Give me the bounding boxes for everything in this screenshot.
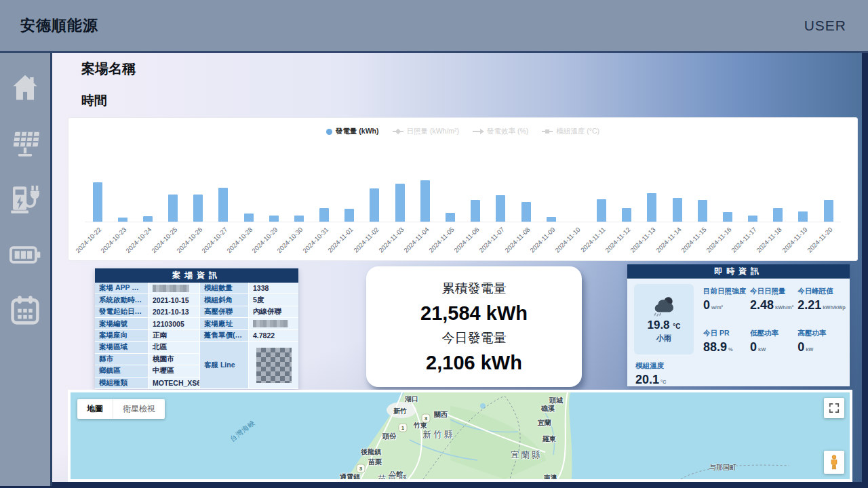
circle-marker-icon <box>326 129 332 135</box>
info-value-cell: 2021-10-13 <box>149 306 199 317</box>
bar-slot: 2024-11-12 <box>614 138 639 222</box>
bar <box>622 208 631 222</box>
info-value-cell <box>149 283 199 293</box>
bar-slot: 2024-11-11 <box>589 138 614 222</box>
qr-value-cell <box>249 342 298 388</box>
metric: 今日日照量2.48kWh/m² <box>750 287 793 312</box>
pegman-icon <box>829 454 840 470</box>
info-value-cell: 正南 <box>149 330 199 341</box>
weather-condition: 小雨 <box>656 333 671 344</box>
bar <box>798 211 808 222</box>
chart-legend: 發電量 (kWh) 日照量 (kWh/m²) 發電效率 (%) 模組溫度 (°C… <box>68 125 857 138</box>
bar-slot: 2024-11-19 <box>791 138 816 222</box>
bar <box>748 216 757 222</box>
x-axis-label: 2024-11-16 <box>705 226 733 254</box>
bar-slot: 2024-11-18 <box>766 138 791 222</box>
x-axis-label: 2024-11-17 <box>730 226 758 254</box>
redacted-value <box>153 285 189 292</box>
bar-slot: 2024-11-14 <box>665 138 690 222</box>
legend-item-irradiation[interactable]: 日照量 (kWh/m²) <box>393 127 460 136</box>
info-value-cell: 桃園市 <box>149 354 199 365</box>
site-name-title: 案場名稱 <box>81 60 136 78</box>
x-axis-label: 2024-10-29 <box>250 226 279 254</box>
bar-slot: 2024-11-15 <box>690 138 715 222</box>
x-axis-label: 2024-11-02 <box>352 226 380 254</box>
info-value-cell: 內線併聯 <box>249 306 298 317</box>
map-view-button[interactable]: 地圖 <box>77 399 113 419</box>
bar <box>269 216 279 222</box>
info-label-cell: 鄉鎮區 <box>95 365 148 376</box>
x-axis-label: 2024-10-25 <box>150 226 178 254</box>
cumulative-generation-value: 21,584 kWh <box>420 302 528 325</box>
cumulative-generation-label: 累積發電量 <box>442 280 507 298</box>
bar <box>824 200 833 222</box>
generation-chart-panel: 發電量 (kWh) 日照量 (kWh/m²) 發電效率 (%) 模組溫度 (°C… <box>68 117 858 261</box>
x-axis-label: 2024-11-08 <box>503 226 532 254</box>
bar <box>193 195 203 222</box>
sidebar-item-home[interactable] <box>7 70 43 106</box>
x-axis-label: 2024-11-18 <box>755 226 783 254</box>
rain-cloud-icon <box>651 296 677 317</box>
info-value-cell <box>249 318 298 329</box>
map-place-label: 苗栗縣 <box>378 474 410 483</box>
info-label-cell: 躉售單價(… <box>200 330 248 341</box>
site-info-title: 案場資訊 <box>95 268 298 283</box>
x-axis-label: 2024-11-10 <box>553 226 582 254</box>
x-axis-label: 2024-11-15 <box>679 226 708 254</box>
bar-slot: 2024-11-03 <box>387 138 412 222</box>
map-bottom-label: 与那国町 <box>709 463 736 472</box>
realtime-metrics: 目前日照強度0w/m²今日日照量2.48kWh/m²今日峰瓩值2.21kWh/k… <box>703 287 844 354</box>
sidebar-item-solar[interactable] <box>7 126 43 161</box>
arrow-marker-icon <box>473 131 484 132</box>
map-container[interactable]: 台灣海峽 与那国町 湖口新竹關西竹東頭份新竹縣後龍鎮苗栗公館通霄鎮苗栗縣宜蘭縣頭… <box>68 390 852 482</box>
user-menu[interactable]: USER <box>804 18 846 34</box>
bar <box>143 216 153 222</box>
sidebar-item-calendar[interactable] <box>7 293 43 328</box>
bar-slot: 2024-11-02 <box>362 138 387 222</box>
bar <box>344 209 354 222</box>
line-qr-code <box>256 348 292 383</box>
legend-item-generation[interactable]: 發電量 (kWh) <box>326 127 379 136</box>
bar-slot: 2024-11-06 <box>463 138 488 222</box>
map-place-label: 通霄鎮 <box>340 472 360 482</box>
bar-slot: 2024-11-04 <box>412 138 437 222</box>
metric: 今日峰瓩值2.21kWh/kWp <box>797 287 846 312</box>
info-label-cell: 縣市 <box>95 354 148 365</box>
diamond-marker-icon <box>393 131 403 132</box>
satellite-view-button[interactable]: 衛星檢視 <box>113 399 165 419</box>
site-info-table: 案場 APP …系統啟動時…2021-10-15發電起始日…2021-10-13… <box>95 283 298 388</box>
info-label-cell: 發電起始日… <box>95 306 148 317</box>
bar-slot: 2024-10-22 <box>85 138 110 222</box>
map-fullscreen-button[interactable] <box>824 398 844 418</box>
bar-slot: 2024-11-07 <box>488 138 513 222</box>
today-generation-label: 今日發電量 <box>442 329 507 347</box>
energy-summary-card: 累積發電量 21,584 kWh 今日發電量 2,106 kWh <box>366 266 582 387</box>
legend-label: 日照量 (kWh/m²) <box>407 127 460 136</box>
bar-slot: 2024-10-23 <box>110 138 135 222</box>
bar <box>698 200 707 222</box>
legend-item-module-temp[interactable]: 模組溫度 (°C) <box>542 127 599 136</box>
map-place-label: 湖口 <box>405 394 418 404</box>
info-label-cell: 案場編號 <box>95 318 148 329</box>
x-axis-label: 2024-11-13 <box>629 226 658 254</box>
sidebar <box>0 53 52 486</box>
weather-box: 19.8 °C 小雨 <box>634 284 694 354</box>
realtime-title: 即時資訊 <box>627 264 850 279</box>
bar-slot: 2024-10-30 <box>286 138 311 222</box>
x-axis-label: 2024-10-30 <box>276 226 304 254</box>
x-axis-label: 2024-11-14 <box>654 226 683 254</box>
bar <box>723 212 732 222</box>
realtime-panel: 即時資訊 19.8 °C 小雨 <box>627 264 850 386</box>
info-value-cell: 2021-10-15 <box>149 294 199 305</box>
bar-slot: 2024-11-05 <box>437 138 462 222</box>
app-header: 安德順能源 USER <box>0 0 868 53</box>
legend-item-efficiency[interactable]: 發電效率 (%) <box>473 127 528 136</box>
map-place-label: 宜蘭 <box>538 418 551 428</box>
x-axis-label: 2024-11-05 <box>427 226 456 254</box>
x-axis-label: 2024-10-22 <box>74 226 102 254</box>
sidebar-item-battery[interactable] <box>7 237 43 272</box>
sidebar-item-ev-charger[interactable] <box>7 182 43 217</box>
street-view-pegman-button[interactable] <box>824 451 844 474</box>
x-axis-label: 2024-11-01 <box>326 226 355 254</box>
road-shield-icon: 1 <box>399 424 408 432</box>
